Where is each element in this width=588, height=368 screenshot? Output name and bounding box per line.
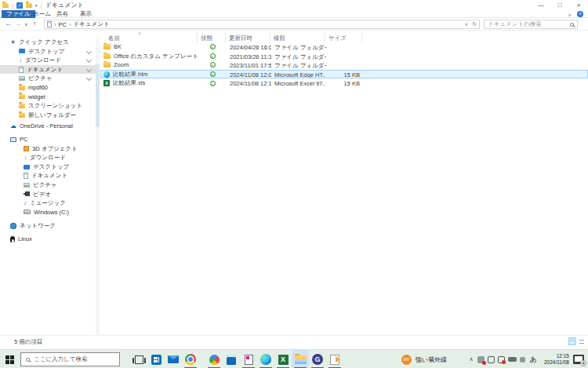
maximize-button[interactable]: □	[550, 0, 569, 10]
ime-indicator[interactable]: あ	[530, 355, 537, 365]
sidebar-item-pc-desktop[interactable]: デスクトップ	[0, 162, 96, 172]
photos-icon	[207, 352, 221, 366]
sidebar-item-music[interactable]: ♪ミュージック	[0, 199, 96, 208]
sidebar-item-desktop[interactable]: デスクトップ	[0, 47, 96, 56]
details-view-button[interactable]	[568, 337, 576, 345]
help-icon[interactable]: ?	[577, 11, 583, 17]
table-row[interactable]: BK ✓ 2024/04/26 16:07 ファイル フォルダー	[100, 42, 588, 52]
quick-access-properties-icon[interactable]: ✓	[16, 2, 23, 9]
clock-date: 2024/11/08	[544, 359, 569, 365]
column-header-type[interactable]: 種類	[270, 32, 325, 42]
photos-button[interactable]	[205, 350, 223, 368]
update-tray-icon[interactable]	[488, 356, 495, 363]
sidebar-item-new-folder[interactable]: 新しいフォルダー	[0, 111, 96, 120]
calculator-button[interactable]	[223, 350, 240, 368]
minimize-button[interactable]: —	[532, 0, 550, 10]
thumbnail-view-icon	[579, 340, 584, 344]
snip-tray-icon[interactable]	[498, 356, 505, 363]
column-header-name[interactable]: 名前	[100, 32, 198, 42]
star-icon: ★	[10, 39, 16, 46]
address-row: ← → ∨ ↑ › PC › ドキュメント ∨ ↻ ドキュメントの検索	[0, 18, 588, 31]
sidebar-item-pictures[interactable]: ピクチャ	[0, 74, 96, 83]
table-row[interactable]: Office のカスタム テンプレート ✓ 2021/03/26 11:36 フ…	[100, 52, 588, 61]
ribbon-expand-icon[interactable]: ∨	[568, 12, 572, 17]
edge-button[interactable]	[257, 350, 274, 368]
file-explorer-button[interactable]	[292, 350, 309, 368]
column-headers: ∧ 名前 状態 更新日時 種類 サイズ	[100, 32, 588, 42]
battery-tray-icon[interactable]	[508, 357, 517, 362]
store-button[interactable]	[147, 350, 165, 368]
notes-app-icon	[245, 355, 253, 365]
column-header-status[interactable]: 状態	[198, 32, 226, 42]
hidden-icons-chevron[interactable]: ∧	[470, 356, 474, 363]
notes-app-button[interactable]	[240, 350, 257, 368]
tab-share[interactable]: 共有	[52, 10, 73, 18]
address-bar[interactable]: › PC › ドキュメント ∨ ↻	[44, 20, 480, 29]
sidebar-item-mpdf60[interactable]: mpdf60	[0, 83, 96, 93]
weather-widget[interactable]: UV 強い紫外線	[401, 350, 447, 368]
refresh-icon[interactable]: ↻	[472, 21, 477, 27]
windows-logo-icon	[5, 355, 14, 364]
sidebar-item-pc-documents[interactable]: ドキュメント	[0, 171, 96, 180]
sidebar-item-3d-objects[interactable]: 3D オブジェクト	[0, 144, 96, 154]
taskbar-search-input[interactable]: ここに入力して検索	[20, 352, 120, 366]
sidebar-item-documents[interactable]: ドキュメント	[0, 65, 96, 75]
recent-locations-icon[interactable]: ∨	[24, 21, 27, 27]
google-app-button[interactable]: G	[309, 350, 326, 368]
table-row[interactable]: X比較結果.xls ✓ 2024/11/08 12:15 Microsoft E…	[100, 78, 588, 88]
sidebar-item-downloads[interactable]: ↓ダウンロード	[0, 56, 96, 65]
export-app-button[interactable]	[326, 350, 343, 368]
column-header-size[interactable]: サイズ	[325, 32, 362, 42]
sidebar-item-widget[interactable]: widget	[0, 93, 96, 102]
action-center-button[interactable]: 4	[573, 355, 584, 364]
sidebar-scrollbar[interactable]	[96, 37, 100, 336]
sidebar-item-screenshots[interactable]: スクリーンショット	[0, 101, 96, 111]
breadcrumb-separator: ›	[54, 21, 56, 28]
quick-access-dropdown-icon[interactable]: ▾	[35, 3, 38, 8]
sidebar-item-network[interactable]: ネットワーク	[0, 221, 96, 231]
sidebar-item-videos[interactable]: ビデオ	[0, 190, 96, 199]
mail-icon	[168, 355, 179, 363]
pc-icon	[10, 137, 16, 142]
sidebar-item-onedrive[interactable]: ☁OneDrive - Personal	[0, 122, 96, 131]
back-button[interactable]: ←	[5, 20, 12, 27]
sidebar-item-pc[interactable]: PC	[0, 135, 96, 144]
sidebar-item-pc-pictures[interactable]: ピクチャ	[0, 180, 96, 190]
onedrive-cloud-icon: ☁	[10, 123, 16, 129]
folder-icon	[19, 113, 25, 118]
search-input[interactable]: ドキュメントの検索	[484, 20, 578, 29]
taskbar: ここに入力して検索 X G UV 強い紫外線 ∧ あ	[0, 349, 588, 368]
search-icon	[26, 358, 30, 362]
sidebar-item-windows-c[interactable]: Windows (C:)	[0, 208, 96, 217]
3d-objects-icon	[24, 146, 29, 151]
sidebar-item-pc-downloads[interactable]: ↓ダウンロード	[0, 153, 96, 162]
address-dropdown-icon[interactable]: ∨	[465, 21, 468, 27]
mail-button[interactable]	[165, 350, 182, 368]
chrome-button[interactable]	[182, 350, 199, 368]
breadcrumb-pc[interactable]: PC	[59, 21, 67, 28]
breadcrumb-documents[interactable]: ドキュメント	[73, 20, 109, 28]
excel-button[interactable]: X	[274, 350, 292, 368]
sync-error-tray-icon[interactable]	[477, 356, 485, 363]
table-row[interactable]: Zoom ✓ 2023/11/01 17:56 ファイル フォルダー	[100, 60, 588, 70]
start-button[interactable]	[0, 350, 19, 368]
tab-view[interactable]: 表示	[75, 10, 96, 18]
clock[interactable]: 12:15 2024/11/08	[544, 353, 569, 366]
status-bar: 5 個の項目	[0, 335, 588, 346]
audio-tray-icon[interactable]	[520, 357, 525, 363]
scrollbar-thumb[interactable]	[96, 64, 100, 127]
forward-button[interactable]: →	[15, 20, 22, 27]
task-view-button[interactable]	[130, 350, 147, 368]
chrome-icon	[185, 354, 196, 365]
sidebar-item-linux[interactable]: Linux	[0, 235, 96, 244]
thumbnail-view-button[interactable]	[578, 337, 586, 345]
up-button[interactable]: ↑	[33, 20, 37, 27]
column-header-date[interactable]: 更新日時	[226, 32, 270, 42]
table-row-selected[interactable]: 比較結果.htm ✓ 2024/11/08 12:03 Microsoft Ed…	[100, 70, 588, 79]
videos-icon	[24, 191, 30, 196]
close-button[interactable]: ×	[569, 0, 588, 10]
pin-icon	[86, 57, 92, 63]
sidebar-item-quick-access[interactable]: ★クイック アクセス	[0, 38, 96, 47]
quick-access-newfolder-icon[interactable]	[26, 3, 32, 8]
uv-index-icon: UV	[401, 355, 412, 365]
